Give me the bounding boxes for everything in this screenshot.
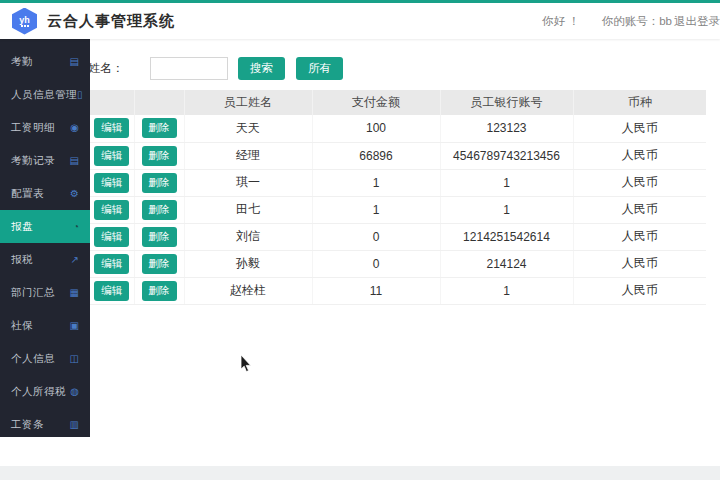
bar-chart-icon: ▦ [70, 287, 79, 298]
header-user-area: 你好 ！ 你的账号：bb 退出登录 [542, 14, 720, 29]
sidebar-nav: 考勤 ▤ 人员信息管理 ▯ 工资明细 ◉ 考勤记录 ▤ 配置表 ⚙ 报盘 ◔ 报… [0, 39, 90, 437]
main-content: 姓名： 搜索 所有 员工姓名 支付金额 员工银行账号 币种 编辑 删除 天天 [90, 39, 720, 466]
table-header-currency: 币种 [573, 90, 706, 115]
delete-button[interactable]: 删除 [142, 118, 177, 138]
app-header: yh 云合人事管理系统 你好 ！ 你的账号：bb 退出登录 [0, 3, 720, 39]
table-row: 编辑 删除 赵栓柱 11 1 人民币 [90, 277, 706, 304]
cell-employee-name: 经理 [184, 142, 312, 169]
cell-currency: 人民币 [573, 196, 706, 223]
cell-bank-account: 214124 [440, 250, 573, 277]
delete-button[interactable]: 删除 [142, 200, 177, 220]
sidebar-item-income-tax[interactable]: 个人所得税 ◍ [0, 375, 90, 408]
app-title: 云合人事管理系统 [47, 12, 175, 31]
sidebar-item-label: 个人所得税 [11, 385, 66, 399]
cell-currency: 人民币 [573, 250, 706, 277]
app-logo-icon: yh [12, 8, 37, 35]
sidebar-item-personal-info[interactable]: 个人信息 ◫ [0, 342, 90, 375]
delete-button[interactable]: 删除 [142, 173, 177, 193]
cell-pay-amount: 0 [312, 250, 440, 277]
table-header-employee-name: 员工姓名 [184, 90, 312, 115]
trend-icon: ↗ [71, 254, 79, 265]
cell-pay-amount: 0 [312, 223, 440, 250]
sidebar-item-tax-filing[interactable]: 报税 ↗ [0, 243, 90, 276]
table-row: 编辑 删除 孙毅 0 214124 人民币 [90, 250, 706, 277]
sidebar-item-label: 配置表 [11, 187, 44, 201]
sidebar-item-label: 考勤记录 [11, 154, 55, 168]
edit-button[interactable]: 编辑 [94, 173, 129, 193]
cell-bank-account: 1 [440, 169, 573, 196]
delete-button[interactable]: 删除 [142, 146, 177, 166]
sidebar-item-payslip[interactable]: 工资条 ▥ [0, 408, 90, 441]
sidebar-item-config-table[interactable]: 配置表 ⚙ [0, 177, 90, 210]
delete-button[interactable]: 删除 [142, 227, 177, 247]
sidebar-item-label: 报税 [11, 253, 33, 267]
top-accent-line [0, 0, 720, 3]
cell-currency: 人民币 [573, 277, 706, 304]
greeting-text: 你好 ！ [542, 14, 580, 29]
cell-currency: 人民币 [573, 169, 706, 196]
table-row: 编辑 删除 刘信 0 1214251542614 人民币 [90, 223, 706, 250]
sidebar-item-label: 工资条 [11, 418, 44, 432]
edit-button[interactable]: 编辑 [94, 254, 129, 274]
info-circle-icon: ◉ [70, 122, 79, 133]
sidebar-item-label: 人员信息管理 [11, 88, 77, 102]
sidebar-item-label: 社保 [11, 319, 33, 333]
show-all-button[interactable]: 所有 [296, 57, 343, 80]
table-header-delete [134, 90, 184, 115]
id-card-icon: ◫ [70, 353, 79, 364]
cell-pay-amount: 100 [312, 115, 440, 142]
table-header-row: 员工姓名 支付金额 员工银行账号 币种 [90, 90, 706, 115]
account-text: 你的账号：bb [602, 14, 674, 29]
cell-employee-name: 赵栓柱 [184, 277, 312, 304]
document-check-icon: ▣ [70, 320, 79, 331]
sidebar-item-label: 部门汇总 [11, 286, 55, 300]
logo-dots [21, 25, 29, 27]
search-toolbar: 姓名： 搜索 所有 [90, 56, 720, 80]
payroll-table: 员工姓名 支付金额 员工银行账号 币种 编辑 删除 天天 100 123123 … [90, 90, 706, 305]
table-header-edit [90, 90, 134, 115]
edit-button[interactable]: 编辑 [94, 146, 129, 166]
clock-icon: ◔ [73, 221, 79, 232]
cell-pay-amount: 11 [312, 277, 440, 304]
cell-bank-account: 1 [440, 277, 573, 304]
delete-button[interactable]: 删除 [142, 281, 177, 301]
sidebar-item-dept-summary[interactable]: 部门汇总 ▦ [0, 276, 90, 309]
cell-pay-amount: 66896 [312, 142, 440, 169]
cell-currency: 人民币 [573, 115, 706, 142]
sidebar-item-label: 工资明细 [11, 121, 55, 135]
sidebar-item-personnel-info[interactable]: 人员信息管理 ▯ [0, 78, 90, 111]
edit-button[interactable]: 编辑 [94, 200, 129, 220]
edit-button[interactable]: 编辑 [94, 227, 129, 247]
cell-employee-name: 天天 [184, 115, 312, 142]
table-row: 编辑 删除 琪一 1 1 人民币 [90, 169, 706, 196]
logout-link[interactable]: 退出登录 [674, 14, 720, 29]
name-search-input[interactable] [150, 57, 228, 80]
name-label: 姓名： [88, 60, 124, 77]
edit-button[interactable]: 编辑 [94, 281, 129, 301]
cell-bank-account: 4546789743213456 [440, 142, 573, 169]
cell-currency: 人民币 [573, 142, 706, 169]
sidebar-item-attendance[interactable]: 考勤 ▤ [0, 45, 90, 78]
cell-employee-name: 琪一 [184, 169, 312, 196]
search-button[interactable]: 搜索 [238, 57, 285, 80]
table-header-bank-account: 员工银行账号 [440, 90, 573, 115]
sidebar-item-attendance-record[interactable]: 考勤记录 ▤ [0, 144, 90, 177]
cell-bank-account: 1 [440, 196, 573, 223]
table-row: 编辑 删除 天天 100 123123 人民币 [90, 115, 706, 142]
table-row: 编辑 删除 田七 1 1 人民币 [90, 196, 706, 223]
cell-pay-amount: 1 [312, 169, 440, 196]
sidebar-item-label: 报盘 [11, 220, 33, 234]
payslip-icon: ▥ [70, 419, 79, 430]
edit-button[interactable]: 编辑 [94, 118, 129, 138]
mobile-icon: ▯ [77, 89, 83, 100]
table-header-pay-amount: 支付金额 [312, 90, 440, 115]
logo-text: yh [19, 16, 30, 24]
cell-bank-account: 123123 [440, 115, 573, 142]
cell-employee-name: 刘信 [184, 223, 312, 250]
sidebar-item-social-security[interactable]: 社保 ▣ [0, 309, 90, 342]
delete-button[interactable]: 删除 [142, 254, 177, 274]
document-icon: ▤ [70, 155, 79, 166]
sidebar-item-report-disk[interactable]: 报盘 ◔ [0, 210, 90, 243]
sidebar-item-label: 个人信息 [11, 352, 55, 366]
sidebar-item-salary-detail[interactable]: 工资明细 ◉ [0, 111, 90, 144]
